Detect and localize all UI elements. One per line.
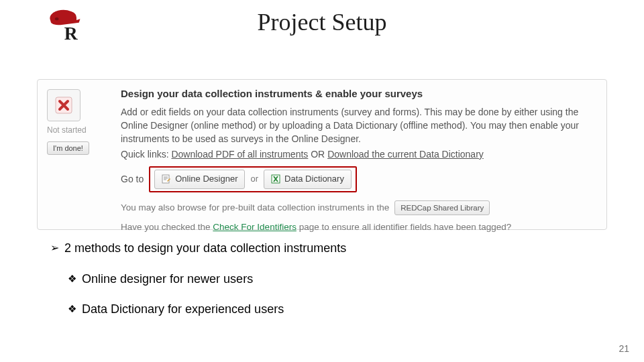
status-box bbox=[47, 89, 80, 121]
page-number: 21 bbox=[619, 343, 629, 354]
goto-row: Go to Online Designer or bbox=[121, 166, 597, 192]
page-title: Project Setup bbox=[0, 8, 644, 36]
quick-links-row: Quick links: Download PDF of all instrum… bbox=[121, 147, 597, 161]
or-text: OR bbox=[311, 149, 325, 160]
or-text-2: or bbox=[250, 173, 258, 186]
check-text-pre: Have you checked the bbox=[121, 222, 213, 232]
browse-row: You may also browse for pre-built data c… bbox=[121, 200, 597, 216]
online-designer-button[interactable]: Online Designer bbox=[154, 170, 245, 189]
design-panel: Not started I'm done! Design your data c… bbox=[37, 79, 607, 230]
bullet-main: 2 methods to design your data collection… bbox=[64, 240, 346, 256]
check-identifiers-link[interactable]: Check For Identifiers bbox=[213, 222, 297, 232]
goto-label: Go to bbox=[121, 172, 144, 186]
quick-links-label: Quick links: bbox=[121, 149, 169, 160]
bullet-sub2: Data Dictionary for experienced users bbox=[82, 301, 284, 317]
im-done-button[interactable]: I'm done! bbox=[47, 141, 89, 155]
browse-text: You may also browse for pre-built data c… bbox=[121, 201, 389, 215]
arrow-bullet-icon: ➢ bbox=[50, 240, 59, 256]
check-identifiers-row: Have you checked the Check For Identifie… bbox=[121, 221, 597, 234]
highlighted-tools: Online Designer or Data Dictionary bbox=[149, 166, 357, 192]
panel-description: Add or edit fields on your data collecti… bbox=[121, 105, 597, 146]
diamond-bullet-icon: ❖ bbox=[68, 301, 76, 317]
panel-content: Design your data collection instruments … bbox=[121, 86, 597, 234]
list-item: ❖ Online designer for newer users bbox=[68, 271, 600, 287]
form-edit-icon bbox=[162, 174, 171, 184]
panel-heading: Design your data collection instruments … bbox=[121, 86, 597, 101]
diamond-bullet-icon: ❖ bbox=[68, 271, 76, 287]
spreadsheet-icon bbox=[271, 174, 280, 184]
svg-rect-3 bbox=[162, 175, 169, 183]
status-label: Not started bbox=[47, 125, 121, 135]
data-dictionary-label: Data Dictionary bbox=[284, 173, 344, 186]
not-started-x-icon bbox=[54, 95, 74, 115]
status-column: Not started I'm done! bbox=[47, 86, 121, 234]
bullet-list: ➢ 2 methods to design your data collecti… bbox=[50, 240, 600, 330]
list-item: ❖ Data Dictionary for experienced users bbox=[68, 301, 600, 317]
download-pdf-link[interactable]: Download PDF of all instruments bbox=[171, 149, 308, 160]
bullet-sub1: Online designer for newer users bbox=[82, 271, 253, 287]
download-dd-link[interactable]: Download the current Data Dictionary bbox=[327, 149, 484, 160]
list-item: ➢ 2 methods to design your data collecti… bbox=[50, 240, 600, 256]
shared-library-button[interactable]: REDCap Shared Library bbox=[394, 200, 490, 216]
data-dictionary-button[interactable]: Data Dictionary bbox=[264, 170, 352, 189]
online-designer-label: Online Designer bbox=[175, 173, 237, 186]
check-text-post: page to ensure all identifier fields hav… bbox=[297, 222, 511, 232]
